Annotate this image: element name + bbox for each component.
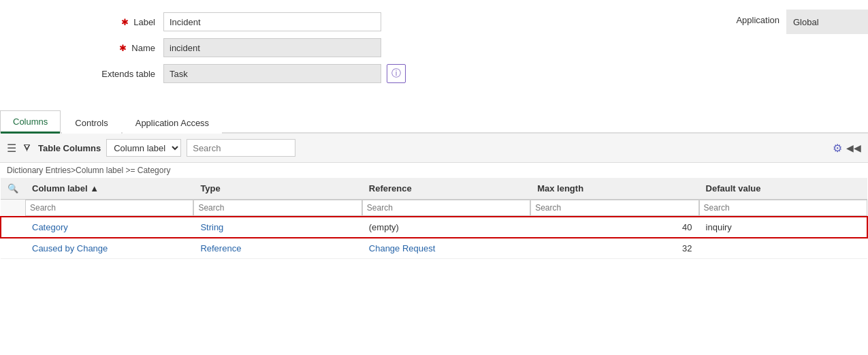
- column-label-search[interactable]: [25, 200, 193, 216]
- type-cell: String: [193, 217, 361, 238]
- max-length-header[interactable]: Max length: [530, 178, 698, 200]
- row-icon-cell: [1, 238, 25, 259]
- table-header-row: 🔍 Column label ▲ Type Reference Max leng…: [1, 178, 867, 200]
- extends-table-input[interactable]: [163, 64, 381, 83]
- name-input[interactable]: [163, 38, 381, 57]
- settings-icon[interactable]: ⚙: [833, 142, 842, 155]
- column-label-header[interactable]: Column label ▲: [25, 178, 193, 200]
- caused-by-change-link[interactable]: Caused by Change: [32, 243, 108, 253]
- table-toolbar: ☰ ⛛ Table Columns Column label ⚙ ◀◀: [0, 134, 868, 163]
- hamburger-icon[interactable]: ☰: [7, 142, 16, 155]
- collapse-icon[interactable]: ◀◀: [846, 142, 861, 153]
- reference-search[interactable]: [362, 200, 530, 216]
- default-value-search-cell: [699, 200, 867, 217]
- type-search[interactable]: [193, 200, 361, 216]
- name-row: ✱ Name: [0, 38, 868, 57]
- name-field-label: ✱ Name: [82, 43, 163, 53]
- default-value-cell: inquiry: [699, 217, 867, 238]
- application-label: Application: [736, 15, 779, 25]
- reference-search-cell: [362, 200, 530, 217]
- table-row[interactable]: Category String (empty) 40 inquiry: [1, 217, 867, 238]
- breadcrumb: Dictionary Entries>Column label >= Categ…: [0, 163, 868, 178]
- filter-icon[interactable]: ⛛: [22, 142, 33, 154]
- search-icon-filter-cell: [1, 200, 25, 217]
- info-button[interactable]: ⓘ: [387, 64, 406, 83]
- column-label-search-cell: [25, 200, 193, 217]
- tabs-bar: Columns Controls Application Access: [0, 109, 868, 134]
- label-input[interactable]: [163, 12, 381, 31]
- required-star-name: ✱: [119, 43, 127, 53]
- search-filter-row: [1, 200, 867, 217]
- max-length-cell: 32: [530, 238, 698, 259]
- max-length-cell: 40: [530, 217, 698, 238]
- table-row[interactable]: Caused by Change Reference Change Reques…: [1, 238, 867, 259]
- form-section: Application Global ✱ Label ✱ Name Extend…: [0, 0, 868, 102]
- label-field-label: ✱ Label: [82, 17, 163, 27]
- category-link[interactable]: Category: [32, 222, 68, 232]
- change-request-link[interactable]: Change Request: [369, 243, 436, 253]
- default-value-cell: [699, 238, 867, 259]
- reference-cell: Change Request: [362, 238, 530, 259]
- max-length-search-cell: [530, 200, 698, 217]
- data-table: 🔍 Column label ▲ Type Reference Max leng…: [0, 178, 868, 259]
- default-value-header[interactable]: Default value: [699, 178, 867, 200]
- tab-application-access[interactable]: Application Access: [123, 112, 222, 134]
- type-cell: Reference: [193, 238, 361, 259]
- toolbar-search-input[interactable]: [187, 139, 295, 157]
- max-length-search[interactable]: [530, 200, 698, 216]
- required-star-label: ✱: [121, 17, 129, 27]
- search-magnifier-icon: 🔍: [7, 183, 18, 194]
- extends-field-label: Extends table: [82, 69, 163, 79]
- type-search-cell: [193, 200, 361, 217]
- application-value: Global: [786, 10, 868, 34]
- toolbar-right-actions: ⚙ ◀◀: [833, 142, 861, 155]
- type-header[interactable]: Type: [193, 178, 361, 200]
- column-label-dropdown[interactable]: Column label: [106, 139, 181, 157]
- reference-cell: (empty): [362, 217, 530, 238]
- category-type-link[interactable]: String: [200, 222, 223, 232]
- extends-table-row: Extends table ⓘ: [0, 64, 868, 83]
- default-value-search[interactable]: [699, 200, 867, 216]
- column-label-cell: Caused by Change: [25, 238, 193, 259]
- tab-controls[interactable]: Controls: [62, 112, 120, 134]
- table-columns-label: Table Columns: [38, 143, 101, 153]
- reference-header[interactable]: Reference: [362, 178, 530, 200]
- row-icon-cell: [1, 217, 25, 238]
- column-label-cell: Category: [25, 217, 193, 238]
- search-icon-header: 🔍: [1, 178, 25, 200]
- tab-columns[interactable]: Columns: [0, 110, 61, 134]
- caused-by-change-type-link[interactable]: Reference: [200, 243, 241, 253]
